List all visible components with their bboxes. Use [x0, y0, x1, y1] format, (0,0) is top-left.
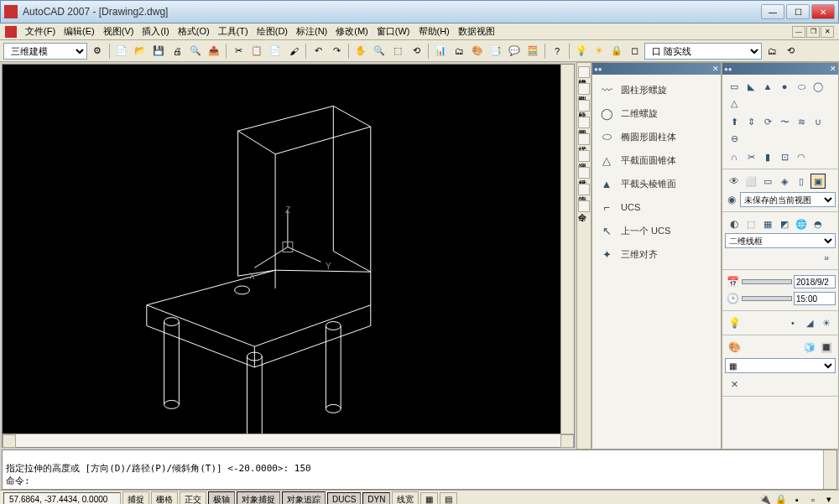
- tab-visual[interactable]: 视觉: [578, 117, 590, 128]
- mat-close-icon[interactable]: ✕: [727, 377, 742, 392]
- view-current-icon[interactable]: ▣: [810, 174, 826, 189]
- help-icon[interactable]: ?: [549, 43, 565, 60]
- mdi-minimize[interactable]: —: [792, 26, 805, 38]
- layer-on-icon[interactable]: 💡: [573, 43, 590, 60]
- layer-color-icon[interactable]: ◻: [626, 43, 643, 60]
- coordinate-display[interactable]: 57.6864, -37.4434, 0.0000: [3, 492, 121, 504]
- mdi-close[interactable]: ✕: [821, 26, 834, 38]
- menu-dimension[interactable]: 标注(N): [293, 23, 331, 39]
- properties-icon[interactable]: 📊: [432, 43, 449, 60]
- tab-light[interactable]: 光源: [578, 150, 590, 162]
- paste-icon[interactable]: 📄: [267, 43, 284, 60]
- redo-icon[interactable]: ↷: [328, 43, 345, 60]
- tool-3d-align[interactable]: ✦三维对齐: [596, 242, 717, 266]
- menu-file[interactable]: 文件(F): [22, 23, 59, 39]
- thicken-icon[interactable]: ▮: [760, 149, 775, 164]
- cut-icon[interactable]: ✂: [230, 43, 247, 60]
- menu-edit[interactable]: 编辑(E): [60, 23, 98, 39]
- palette-header[interactable]: ●●✕: [592, 63, 721, 75]
- status-dyn[interactable]: DYN: [362, 492, 390, 504]
- tool-helix-cylinder[interactable]: 〰圆柱形螺旋: [596, 78, 717, 101]
- menu-window[interactable]: 窗口(W): [373, 23, 414, 39]
- undo-icon[interactable]: ↶: [310, 43, 326, 60]
- time-field[interactable]: [794, 292, 836, 305]
- loft-icon[interactable]: ≋: [794, 114, 809, 129]
- time-slider[interactable]: [742, 296, 792, 301]
- view-front-icon[interactable]: ▭: [760, 174, 775, 189]
- imprint-icon[interactable]: ⊡: [777, 149, 792, 164]
- mdi-restore[interactable]: ❐: [806, 26, 820, 38]
- maximize-button[interactable]: ☐: [786, 4, 810, 19]
- drawing-viewport[interactable]: Z X Y: [3, 65, 560, 434]
- menu-help[interactable]: 帮助(H): [415, 23, 453, 39]
- minimize-button[interactable]: —: [761, 4, 784, 19]
- vs-realistic-icon[interactable]: 🌐: [794, 216, 809, 231]
- slice-icon[interactable]: ✂: [743, 149, 758, 164]
- tab-form[interactable]: 造型: [578, 83, 590, 95]
- tool-frustum-cone[interactable]: △平截面圆锥体: [596, 148, 717, 172]
- zoom-previous-icon[interactable]: ⟲: [408, 43, 425, 60]
- dashboard-header[interactable]: ●●✕: [722, 63, 838, 75]
- scroll-left-icon[interactable]: [3, 434, 16, 448]
- print-icon[interactable]: 🖨: [169, 43, 185, 60]
- toolpalette-icon[interactable]: 🎨: [469, 43, 486, 60]
- tray-lock-icon[interactable]: 🔒: [774, 493, 788, 505]
- layer-freeze-icon[interactable]: ☀: [591, 43, 607, 60]
- sweep-icon[interactable]: 〜: [777, 114, 792, 129]
- zoom-window-icon[interactable]: ⬚: [389, 43, 406, 60]
- cylinder-icon[interactable]: ⬭: [794, 79, 809, 94]
- tab-modeling[interactable]: 建模: [578, 66, 590, 78]
- tray-tablet-icon[interactable]: ▪: [790, 493, 804, 505]
- subtract-icon[interactable]: ⊖: [727, 131, 742, 146]
- tool-helix-2d[interactable]: ◯二维螺旋: [596, 101, 717, 125]
- tray-expand-icon[interactable]: ▾: [822, 493, 836, 505]
- quickcalc-icon[interactable]: 🧮: [524, 43, 541, 60]
- pan-icon[interactable]: ✋: [352, 43, 369, 60]
- torus-icon[interactable]: ◯: [810, 79, 826, 94]
- tab-style[interactable]: 样式: [578, 133, 590, 145]
- intersect-icon[interactable]: ∩: [727, 149, 742, 164]
- status-snap[interactable]: 捕捉: [122, 491, 149, 505]
- dashboard-close-icon[interactable]: ✕: [830, 65, 836, 73]
- open-icon[interactable]: 📂: [132, 43, 149, 60]
- tab-command[interactable]: 命令: [578, 200, 590, 212]
- light-point-icon[interactable]: •: [785, 315, 800, 330]
- vs-hidden-icon[interactable]: ◩: [777, 216, 792, 231]
- zoom-icon[interactable]: 🔍: [371, 43, 388, 60]
- union-icon[interactable]: ∪: [810, 114, 826, 129]
- status-polar[interactable]: 极轴: [208, 491, 235, 505]
- workspace-settings-icon[interactable]: ⚙: [89, 43, 106, 60]
- vs-3dwire-icon[interactable]: ▦: [760, 216, 775, 231]
- save-icon[interactable]: 💾: [150, 43, 167, 60]
- tool-ucs[interactable]: ⌐UCS: [596, 195, 717, 219]
- publish-icon[interactable]: 📤: [206, 43, 222, 60]
- command-prompt[interactable]: 命令:: [6, 475, 820, 487]
- status-lwt[interactable]: 线宽: [392, 491, 419, 505]
- plot-preview-icon[interactable]: 🔍: [187, 43, 204, 60]
- layer-previous-icon[interactable]: ⟲: [782, 43, 799, 60]
- status-ducs[interactable]: DUCS: [327, 492, 361, 504]
- tab-material[interactable]: 材质: [578, 167, 590, 179]
- tool-frustum-pyramid[interactable]: ▲平截头棱锥面: [596, 172, 717, 195]
- vs-conceptual-icon[interactable]: ◓: [810, 216, 826, 231]
- viewport-scrollbar-horizontal[interactable]: [3, 434, 574, 447]
- date-slider[interactable]: [742, 279, 792, 284]
- menu-tools[interactable]: 工具(T): [215, 23, 252, 39]
- light-spot-icon[interactable]: ◢: [802, 315, 817, 330]
- layer-manager-icon[interactable]: 🗂: [763, 43, 780, 60]
- copy-icon[interactable]: 📋: [248, 43, 265, 60]
- status-grid[interactable]: 栅格: [151, 491, 178, 505]
- tray-comm-icon[interactable]: 🔌: [758, 493, 772, 505]
- menu-draw[interactable]: 绘图(D): [253, 23, 291, 39]
- light-distant-icon[interactable]: ☀: [819, 315, 834, 330]
- markup-icon[interactable]: 💬: [506, 43, 523, 60]
- material-dropdown[interactable]: ▦: [725, 358, 836, 373]
- new-icon[interactable]: 📄: [113, 43, 130, 60]
- view-iso-icon[interactable]: ◈: [777, 174, 792, 189]
- wedge-icon[interactable]: ◣: [743, 79, 758, 94]
- command-window[interactable]: 指定拉伸的高度或 [方向(D)/路径(P)/倾斜角(T)] <-20.0000>…: [2, 449, 837, 490]
- menu-insert[interactable]: 插入(I): [138, 23, 172, 39]
- vs-2dwire-icon[interactable]: ⬚: [743, 216, 758, 231]
- status-otrack[interactable]: 对象追踪: [282, 491, 326, 505]
- status-model-icon[interactable]: ▦: [420, 492, 438, 504]
